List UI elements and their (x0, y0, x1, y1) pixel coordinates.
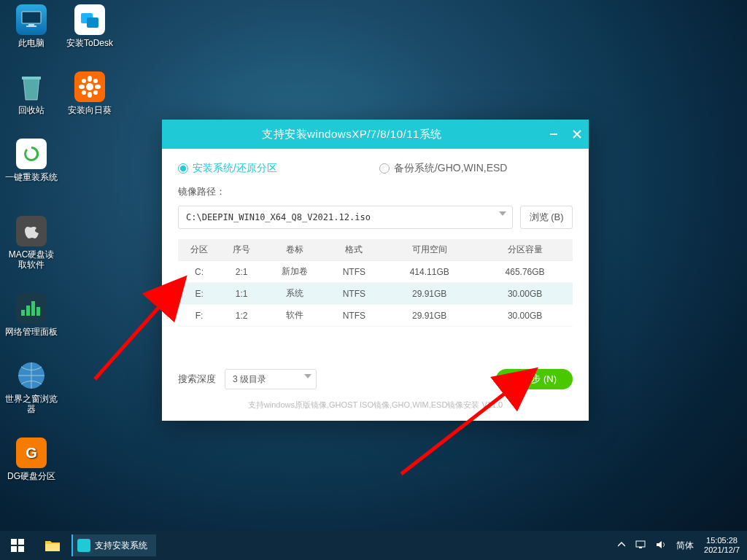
desktop-icon-dgdisk[interactable]: GDG硬盘分区 (4, 438, 58, 481)
svg-point-14 (95, 85, 101, 89)
desktop-icon-macdisk[interactable]: MAC硬盘读取软件 (4, 216, 58, 270)
footer-note: 支持windows原版镜像,GHOST ISO镜像,GHO,WIM,ESD镜像安… (178, 400, 573, 411)
svg-rect-25 (18, 539, 24, 545)
network-icon[interactable] (635, 540, 646, 551)
browse-button[interactable]: 浏览 (B) (520, 206, 573, 229)
svg-rect-4 (26, 306, 30, 316)
svg-rect-26 (11, 546, 17, 552)
svg-rect-30 (639, 547, 642, 548)
svg-rect-29 (636, 541, 645, 547)
chevron-down-icon (499, 211, 506, 216)
next-button[interactable]: 下一步 (N) (496, 369, 573, 389)
desktop-icon-browser[interactable]: 世界之窗浏览器 (4, 360, 58, 414)
table-header: 分区 (178, 239, 220, 261)
sunflower-icon (79, 76, 101, 98)
table-row[interactable]: F:1:2软件NTFS29.91GB30.00GB (178, 305, 573, 327)
titlebar: 支持安装windowsXP/7/8/10/11系统 (162, 120, 589, 149)
dg-letter-icon: G (26, 445, 37, 462)
recyclebin-icon (19, 72, 44, 101)
start-button[interactable] (0, 531, 35, 560)
desktop-icon-thispc[interactable]: 此电脑 (4, 4, 58, 48)
table-row[interactable]: C:2:1新加卷NTFS414.11GB465.76GB (178, 261, 573, 283)
path-label: 镜像路径： (178, 185, 573, 198)
ime-indicator[interactable]: 简体 (676, 540, 694, 552)
app-icon (77, 539, 90, 552)
mode-backup-radio[interactable]: 备份系统/GHO,WIN,ESD (379, 162, 508, 175)
desktop-icon-todesk[interactable]: 安装ToDesk (63, 4, 117, 48)
table-header: 卷标 (263, 239, 326, 261)
desktop-icon-recycle[interactable]: 回收站 (4, 71, 58, 115)
radio-dot-icon (379, 163, 390, 174)
table-header: 可用空间 (382, 239, 477, 261)
svg-point-11 (88, 76, 92, 82)
table-header: 分区容量 (477, 239, 573, 261)
svg-rect-3 (21, 310, 25, 316)
partition-table: 分区序号卷标格式可用空间分区容量C:2:1新加卷NTFS414.11GB465.… (178, 239, 573, 327)
table-header: 序号 (220, 239, 263, 261)
svg-point-15 (82, 79, 86, 83)
svg-rect-27 (18, 546, 24, 552)
todesk-icon (79, 9, 101, 31)
monitor-icon (21, 11, 42, 28)
table-header: 格式 (326, 239, 382, 261)
svg-rect-1 (28, 24, 34, 26)
taskbar: 支持安装系统 简体 15:05:282021/12/7 (0, 531, 747, 560)
file-explorer-button[interactable] (35, 531, 70, 560)
desktop-icon-sunflower[interactable]: 安装向日葵 (63, 71, 117, 115)
volume-icon[interactable] (656, 540, 666, 551)
svg-point-17 (82, 90, 86, 95)
chart-icon (20, 300, 43, 317)
chevron-down-icon (304, 374, 311, 378)
reinstall-icon (22, 144, 41, 163)
svg-point-18 (93, 90, 98, 95)
tray-clock[interactable]: 15:05:282021/12/7 (704, 536, 740, 555)
search-depth-select[interactable]: 3 级目录 (225, 369, 317, 389)
system-tray: 简体 15:05:282021/12/7 (618, 536, 747, 555)
radio-dot-icon (178, 163, 188, 174)
minimize-button[interactable] (542, 120, 565, 149)
svg-point-16 (93, 79, 98, 83)
window-title: 支持安装windowsXP/7/8/10/11系统 (162, 128, 542, 141)
search-depth-label: 搜索深度 (178, 373, 216, 386)
desktop-icon-reinstall[interactable]: 一键重装系统 (4, 139, 58, 182)
svg-point-13 (79, 85, 85, 89)
svg-rect-28 (45, 544, 60, 551)
desktop-icon-netpanel[interactable]: 网络管理面板 (4, 293, 58, 337)
svg-rect-5 (31, 301, 35, 316)
table-row[interactable]: E:1:1系统NTFS29.91GB30.00GB (178, 283, 573, 305)
svg-rect-2 (26, 26, 36, 27)
image-path-dropdown[interactable]: C:\DEEPIN_WIN10_X64_Q8_V2021.12.iso (178, 206, 513, 229)
folder-icon (44, 539, 61, 552)
tray-chevron-icon[interactable] (618, 541, 625, 550)
globe-icon (17, 361, 46, 390)
mode-install-radio[interactable]: 安装系统/还原分区 (178, 162, 277, 175)
taskbar-app-installer[interactable]: 支持安装系统 (71, 534, 156, 556)
svg-rect-24 (11, 539, 17, 545)
windows-icon (11, 539, 24, 552)
svg-point-12 (88, 92, 92, 98)
apple-icon (23, 222, 39, 241)
svg-point-10 (86, 83, 93, 90)
close-button[interactable] (565, 120, 589, 149)
svg-rect-0 (22, 12, 41, 23)
svg-rect-9 (87, 18, 98, 28)
svg-rect-6 (36, 307, 40, 316)
installer-window: 支持安装windowsXP/7/8/10/11系统 安装系统/还原分区 备份系统… (162, 120, 589, 421)
